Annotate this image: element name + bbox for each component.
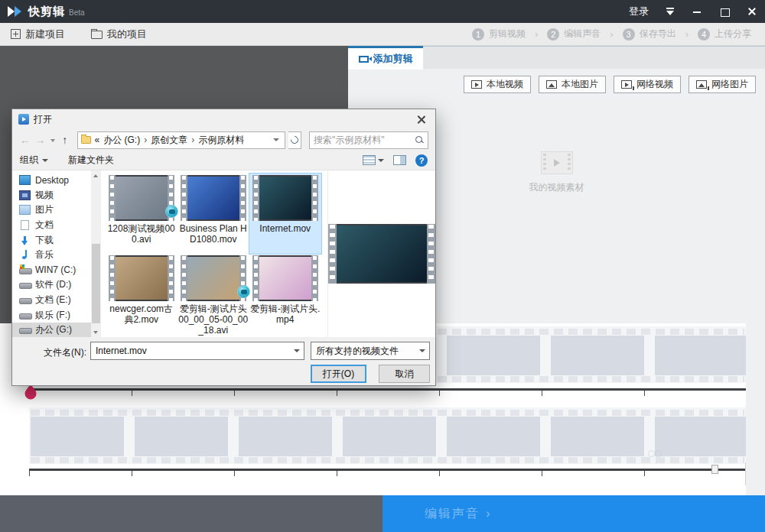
- sidebar-item-icon: [19, 175, 31, 185]
- sidebar-item-icon: [19, 235, 31, 245]
- film-frame: [447, 336, 540, 375]
- view-mode-button[interactable]: [363, 155, 384, 165]
- preview-pane-icon[interactable]: [393, 155, 406, 165]
- workflow-step[interactable]: 1 剪辑视频: [472, 28, 526, 41]
- my-projects-button[interactable]: 我的项目: [91, 28, 147, 41]
- scroll-up-icon[interactable]: [91, 170, 101, 180]
- bottom-bar-left: [0, 495, 382, 532]
- history-dropdown-icon[interactable]: [49, 136, 56, 144]
- maximize-button[interactable]: [719, 6, 730, 17]
- sidebar-item-label: Desktop: [35, 175, 69, 186]
- sidebar-item-icon: [19, 190, 31, 200]
- places-sidebar: Desktop 视频 图片 文档 下载 音乐: [12, 170, 91, 337]
- media-source-button[interactable]: 本地图片: [539, 76, 606, 93]
- video-camera-icon: [359, 56, 369, 63]
- file-name: Internet.mov: [259, 223, 311, 234]
- close-button[interactable]: [747, 6, 757, 17]
- playhead-icon[interactable]: [24, 384, 37, 400]
- new-folder-button[interactable]: 新建文件夹: [68, 154, 114, 167]
- up-arrow-icon[interactable]: ↑: [59, 134, 71, 146]
- chevron-right-icon: ›: [144, 135, 147, 145]
- sidebar-scrollbar[interactable]: [91, 170, 101, 337]
- file-thumbnail: [109, 255, 174, 301]
- breadcrumb-item[interactable]: 办公 (G:) ›: [103, 134, 147, 147]
- app-window: { "window": { "title": "快剪辑", "badge": "…: [0, 0, 765, 532]
- sidebar-item[interactable]: WIN7 (C:): [12, 263, 91, 278]
- file-thumbnail: [252, 255, 318, 301]
- film-frame: [655, 417, 746, 456]
- sidebar-item[interactable]: 文档: [12, 218, 91, 233]
- login-button[interactable]: 登录: [629, 5, 649, 18]
- dropdown-icon: [378, 159, 384, 162]
- file-item[interactable]: 1208测试视频000.avi: [106, 174, 177, 254]
- sidebar-item[interactable]: 视频: [12, 188, 91, 203]
- empty-state-label: 我的视频素材: [529, 181, 584, 194]
- sidebar-item-label: 音乐: [35, 248, 54, 261]
- timeline-track-2[interactable]: [29, 407, 746, 464]
- forward-arrow-icon[interactable]: →: [34, 134, 47, 146]
- refresh-button[interactable]: [288, 131, 301, 149]
- filename-input[interactable]: [91, 345, 290, 356]
- sidebar-item[interactable]: 软件 (D:): [12, 277, 91, 293]
- timeline-slider-handle[interactable]: [711, 465, 718, 474]
- minimize-button[interactable]: [692, 6, 702, 17]
- organize-menu[interactable]: 组织: [20, 154, 48, 167]
- file-item[interactable]: 爱剪辑-测试片头.mp4: [249, 254, 321, 334]
- step-label: 剪辑视频: [489, 28, 526, 41]
- chevron-right-icon: ›: [191, 135, 194, 145]
- file-item[interactable]: newcger.com古典2.mov: [106, 254, 177, 334]
- tab-add-clip[interactable]: 添加剪辑: [348, 46, 423, 70]
- chevron-right-icon: ›: [535, 28, 538, 40]
- filename-combo: [90, 342, 304, 360]
- sidebar-item[interactable]: 下载: [12, 232, 91, 248]
- sidebar-item-icon: [19, 280, 31, 290]
- sidebar-item[interactable]: 办公 (G:): [12, 323, 91, 338]
- my-projects-label: 我的项目: [107, 28, 147, 41]
- new-project-button[interactable]: 新建项目: [11, 28, 65, 41]
- sidebar-item-label: 软件 (D:): [35, 278, 71, 291]
- edit-sound-button[interactable]: 编辑声音 ›: [382, 495, 765, 532]
- sidebar-item[interactable]: 音乐: [12, 248, 91, 263]
- sidebar-item[interactable]: 图片: [12, 203, 91, 218]
- sidebar-item[interactable]: 娱乐 (F:): [12, 307, 91, 323]
- open-file-dialog: 打开 ← → ↑ « 办公 (G:) › 原创文章 ›: [11, 109, 436, 386]
- scroll-down-icon[interactable]: [91, 327, 101, 337]
- workflow-steps: 1 剪辑视频 › 2 编辑声音 › 3 保存导出 › 4 上传: [472, 28, 751, 41]
- workflow-step[interactable]: 4 上传分享: [698, 28, 751, 41]
- cancel-button[interactable]: 取消: [379, 365, 430, 383]
- filename-dropdown-icon[interactable]: [290, 342, 304, 359]
- film-frames: [29, 417, 746, 456]
- address-bar[interactable]: « 办公 (G:) › 原创文章 › 示例原材料 ›: [77, 131, 285, 149]
- search-icon[interactable]: [415, 135, 424, 144]
- sidebar-item[interactable]: Desktop: [12, 173, 91, 188]
- filetype-select[interactable]: 所有支持的视频文件: [311, 342, 430, 360]
- filmstrip-rail: [181, 255, 187, 301]
- workflow-step[interactable]: 3 保存导出: [623, 28, 676, 41]
- breadcrumb-item-label: 原创文章: [151, 134, 187, 147]
- media-source-button[interactable]: 网络图片: [688, 76, 756, 93]
- media-source-button[interactable]: 网络视频: [614, 76, 681, 93]
- breadcrumb-item[interactable]: 原创文章 ›: [151, 134, 194, 147]
- scrollbar-thumb[interactable]: [92, 244, 100, 323]
- open-button[interactable]: 打开(O): [311, 365, 366, 383]
- address-dropdown-icon[interactable]: [271, 135, 282, 145]
- dialog-close-icon[interactable]: [408, 110, 435, 129]
- file-item[interactable]: Internet.mov: [249, 174, 321, 254]
- workflow-step[interactable]: 2 编辑声音: [547, 28, 601, 41]
- file-item[interactable]: 爱剪辑-测试片头00_00_05-00_00_18.avi: [177, 254, 249, 334]
- sidebar-item[interactable]: 文档 (E:): [12, 293, 91, 308]
- help-icon[interactable]: ?: [415, 154, 428, 167]
- menu-icon[interactable]: [666, 8, 675, 15]
- search-input[interactable]: [314, 135, 415, 145]
- view-mode-icon: [363, 155, 376, 165]
- media-source-button[interactable]: 本地视频: [464, 76, 531, 93]
- scissors-icon: [646, 447, 663, 458]
- preview-image: [337, 224, 427, 284]
- breadcrumb-item[interactable]: 示例原材料 ›: [198, 134, 244, 147]
- breadcrumb-prefix: «: [95, 135, 100, 145]
- media-source-label: 网络图片: [711, 78, 748, 91]
- tab-add-clip-label: 添加剪辑: [373, 52, 413, 66]
- file-item[interactable]: Business Plan HD1080.mov: [177, 174, 249, 254]
- back-arrow-icon[interactable]: ←: [19, 134, 31, 146]
- folder-icon: [91, 31, 103, 39]
